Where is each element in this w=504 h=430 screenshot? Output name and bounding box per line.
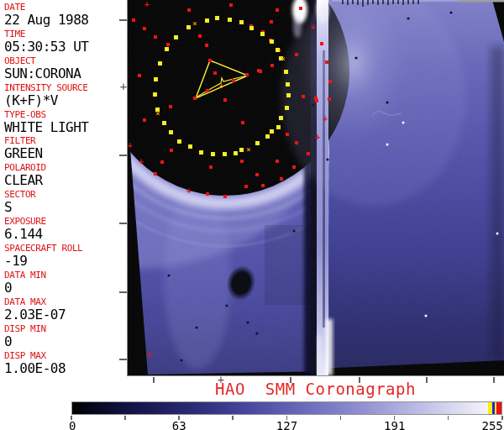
metadata-field: OBJECTSUN:CORONA	[4, 55, 127, 82]
fiducial-plus-red: +	[315, 133, 320, 141]
field-label: SECTOR	[4, 189, 127, 200]
coronagraph-scene	[128, 0, 504, 375]
fiducial-dot-yellow	[265, 134, 270, 139]
fiducial-dot-red	[328, 97, 331, 101]
fiducial-x-orange: ×	[192, 19, 197, 28]
metadata-field: DATA MIN0	[4, 270, 127, 296]
field-value: SUN:CORONA	[4, 66, 127, 81]
fiducial-dot-red	[241, 121, 244, 124]
fiducial-dot-red	[325, 60, 328, 64]
fiducial-dot-red	[213, 71, 217, 75]
fiducial-dot-red	[187, 8, 191, 12]
metadata-field: EXPOSURE6.144	[4, 216, 127, 243]
fiducial-dot-red	[261, 184, 265, 187]
fiducial-dot-yellow	[162, 121, 166, 125]
field-value: WHITE LIGHT	[4, 120, 127, 135]
field-label: TYPE-OBS	[4, 109, 127, 120]
fiducial-dot-red	[280, 177, 283, 181]
fiducial-dot-red	[328, 80, 332, 83]
fiducial-dot-yellow	[211, 152, 215, 156]
fiducial-dot-red	[223, 195, 227, 198]
fiducial-dot-red	[206, 89, 209, 92]
fiducial-x-orange: ×	[246, 145, 250, 154]
coronagraph-image[interactable]: ++++++++××××+	[127, 0, 504, 376]
fiducial-plus-red: +	[128, 141, 133, 149]
fiducial-dot-red	[154, 172, 157, 176]
fiducial-plus-red: +	[186, 186, 192, 195]
fiducial-dot-yellow	[276, 125, 281, 129]
fiducial-dot-yellow	[188, 144, 192, 149]
fiducial-dot-red	[245, 73, 249, 76]
film-grain	[128, 0, 504, 375]
fiducial-dot-red	[223, 98, 227, 102]
fiducial-dot-yellow	[276, 48, 280, 52]
fiducial-dot-red	[206, 192, 209, 196]
fiducial-dot-red	[270, 20, 273, 24]
metadata-field: DISP MAX1.00E-08	[4, 350, 127, 377]
fiducial-dot-yellow	[239, 148, 244, 152]
left-frame-plus-tick: +	[120, 81, 127, 92]
fiducial-plus-red: +	[144, 0, 150, 8]
pointer-cross: +	[219, 81, 223, 90]
fiducial-dot-red	[166, 43, 170, 46]
field-value: GREEN	[4, 146, 127, 161]
fiducial-dot-yellow	[234, 151, 238, 155]
fiducial-dot-yellow	[165, 47, 169, 51]
metadata-field: TYPE-OBSWHITE LIGHT	[4, 109, 127, 136]
fiducial-dot-yellow	[158, 61, 162, 66]
fiducial-dot-yellow	[239, 20, 244, 24]
field-label: OBJECT	[4, 55, 127, 66]
colorbar-label: 191	[384, 419, 405, 430]
field-value: 1.00E-08	[4, 361, 127, 376]
field-value: CLEAR	[4, 173, 127, 188]
fiducial-dot-red	[143, 118, 146, 122]
fiducial-dot-red	[299, 7, 302, 10]
fiducial-dot-red	[160, 160, 164, 164]
colorbar-gradient	[71, 401, 502, 415]
metadata-field: SECTORS	[4, 189, 127, 216]
field-value: 0	[4, 334, 127, 349]
fiducial-dot-red	[143, 27, 146, 30]
colorbar-tick	[448, 416, 449, 420]
colorbar-label: 63	[172, 419, 186, 430]
metadata-field: TIME05:30:53 UT	[4, 29, 127, 55]
fiducial-plus-red: +	[139, 157, 144, 165]
fiducial-dot-yellow	[215, 16, 219, 20]
fiducial-plus-red: +	[311, 23, 316, 31]
fiducial-dot-red	[198, 34, 202, 38]
fiducial-dot-yellow	[169, 130, 173, 134]
field-label: DATA MIN	[4, 270, 127, 281]
fiducial-dot-red	[255, 173, 259, 176]
fiducial-dot-red	[302, 95, 305, 98]
field-value: S	[4, 200, 127, 215]
field-label: DISP MIN	[4, 323, 127, 334]
fiducial-dot-yellow	[205, 18, 209, 23]
fiducial-dot-red	[270, 64, 274, 67]
fiducial-dot-red	[209, 165, 213, 169]
fiducial-plus-red: +	[323, 114, 328, 123]
fiducial-dot-red	[257, 69, 260, 72]
fiducial-plus-red: +	[147, 350, 152, 359]
field-label: DATA MAX	[4, 296, 127, 307]
fiducial-dot-red	[286, 133, 289, 136]
field-value: -19	[4, 254, 127, 269]
fiducial-dot-red	[307, 152, 310, 155]
colorbar-tick	[124, 416, 126, 420]
metadata-panel: DATE22 Aug 1988TIME05:30:53 UTOBJECTSUN:…	[0, 0, 127, 376]
fiducial-dot-yellow	[223, 152, 227, 156]
smm-coronagraph-viewer: { "panel": { "fields": [ {"label": "DATE…	[0, 0, 504, 430]
metadata-field: SPACECRAFT ROLL-19	[4, 243, 127, 270]
fiducial-dot-yellow	[174, 35, 178, 39]
fiducial-dot-yellow	[270, 129, 274, 134]
colorbar-label: 255	[481, 419, 502, 430]
fiducial-dot-yellow	[199, 150, 203, 155]
colorbar-tick	[232, 416, 234, 420]
field-value: 6.144	[4, 227, 127, 242]
fiducial-dot-yellow	[153, 92, 157, 97]
field-value: (K+F)*V	[4, 93, 127, 108]
fiducial-dot-red	[320, 42, 323, 45]
fiducial-dot-red	[315, 99, 318, 102]
colorbar-label: 0	[69, 419, 76, 430]
fiducial-dot-red	[229, 3, 233, 7]
fiducial-dot-red	[205, 44, 208, 47]
